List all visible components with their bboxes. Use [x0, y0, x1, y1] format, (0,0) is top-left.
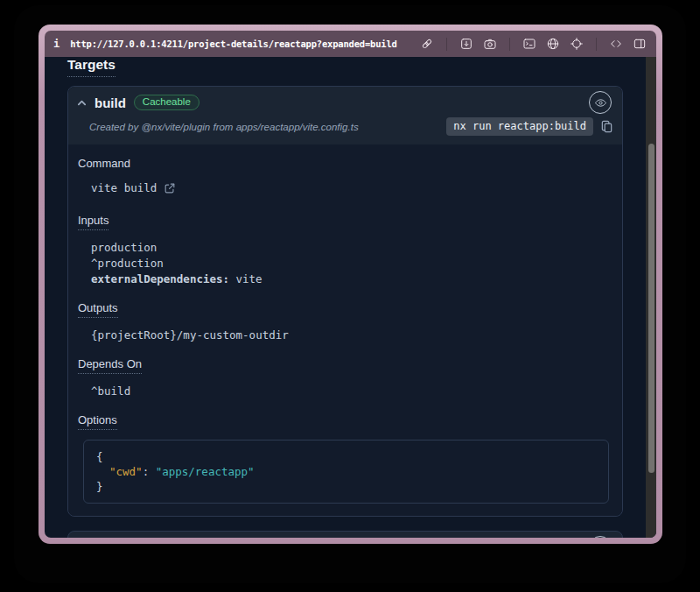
options-value: "apps/reactapp"	[156, 465, 255, 478]
link-icon[interactable]	[419, 36, 435, 52]
import-box-icon[interactable]	[458, 36, 474, 52]
eye-icon[interactable]	[589, 91, 612, 114]
run-command-chip: nx run reactapp:build	[446, 117, 593, 136]
terminal-icon[interactable]	[522, 36, 537, 52]
outputs-label[interactable]: Outputs	[78, 301, 118, 318]
toolbar-separator	[446, 38, 447, 51]
target-card-build: build Cacheable Created by @nx/vite/plug…	[67, 86, 623, 517]
browser-toolbar: i http://127.0.0.1:4211/project-details/…	[45, 31, 656, 57]
camera-icon[interactable]	[482, 36, 498, 52]
options-brace-open: {	[96, 449, 596, 464]
command-value: vite build	[91, 180, 157, 196]
targets-heading[interactable]: Targets	[67, 57, 116, 77]
created-by-text: Created by @nx/vite/plugin from apps/rea…	[89, 122, 359, 132]
locate-icon[interactable]	[569, 36, 584, 52]
input-item: ^production	[91, 256, 605, 271]
external-deps-value: vite	[236, 272, 262, 285]
input-item-external-deps: externalDependencies:vite	[91, 271, 605, 287]
code-icon[interactable]	[608, 36, 624, 52]
options-label[interactable]: Options	[78, 413, 117, 430]
scrollbar-thumb[interactable]	[648, 144, 654, 473]
options-key: "cwd"	[109, 465, 143, 478]
output-item: {projectRoot}/my-custom-outdir	[91, 328, 605, 343]
depends-on-item: ^build	[91, 384, 605, 399]
command-label: Command	[78, 157, 130, 170]
info-icon: i	[53, 38, 60, 50]
external-link-icon[interactable]	[164, 182, 176, 194]
globe-icon[interactable]	[545, 36, 561, 52]
options-cwd-line: "cwd":"apps/reactapp"	[96, 464, 596, 479]
options-brace-close: }	[96, 479, 596, 494]
depends-on-label[interactable]: Depends On	[78, 357, 142, 374]
options-separator: :	[143, 465, 150, 478]
inputs-label[interactable]: Inputs	[78, 214, 108, 230]
serve-target-header[interactable]: serve vite serve	[68, 532, 622, 538]
cacheable-badge: Cacheable	[134, 95, 200, 111]
external-deps-key: externalDependencies:	[91, 272, 229, 285]
address-bar[interactable]: http://127.0.0.1:4211/project-details/re…	[70, 39, 396, 49]
panel-icon[interactable]	[632, 36, 648, 52]
copy-icon[interactable]	[600, 120, 613, 133]
chevron-up-icon	[77, 98, 87, 108]
target-name: build	[94, 95, 126, 110]
eye-icon[interactable]	[589, 536, 612, 538]
toolbar-separator	[596, 38, 597, 51]
browser-window: i http://127.0.0.1:4211/project-details/…	[38, 25, 662, 544]
build-target-header[interactable]: build Cacheable	[68, 87, 622, 115]
toolbar-separator	[509, 38, 510, 51]
project-details-view: Targets build Cacheable C	[45, 57, 656, 538]
options-code-block: { "cwd":"apps/reactapp" }	[83, 440, 609, 504]
input-item: production	[91, 240, 605, 256]
target-card-serve: serve vite serve	[67, 531, 623, 538]
